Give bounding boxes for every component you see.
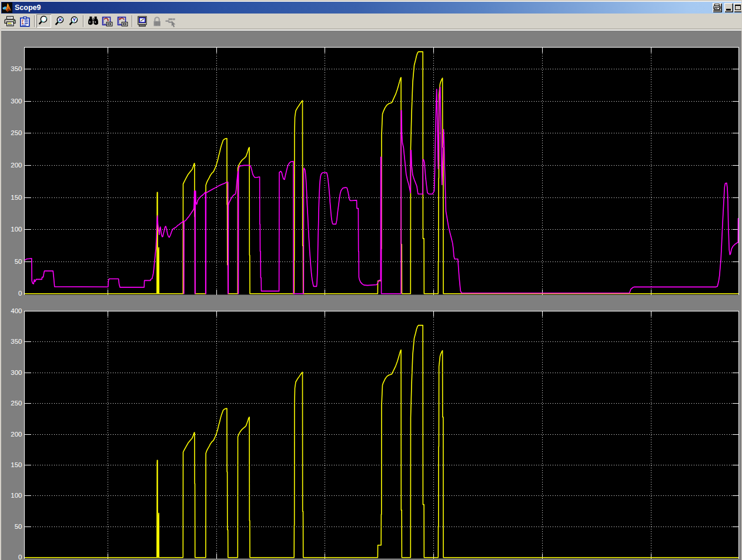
svg-text:50: 50 [15,258,22,265]
svg-text:150: 150 [11,461,22,468]
svg-text:200: 200 [11,431,22,438]
svg-text:100: 100 [11,492,22,499]
svg-text:200: 200 [11,162,22,169]
svg-text:300: 300 [11,369,22,376]
svg-text:350: 350 [11,65,22,72]
svg-text:400: 400 [11,307,22,314]
svg-text:0: 0 [18,554,22,560]
svg-text:300: 300 [11,98,22,105]
svg-text:350: 350 [11,338,22,345]
svg-text:50: 50 [15,523,22,530]
svg-text:250: 250 [11,129,22,136]
svg-text:0: 0 [18,290,22,297]
svg-text:100: 100 [11,226,22,233]
svg-text:150: 150 [11,194,22,201]
svg-text:250: 250 [11,400,22,407]
